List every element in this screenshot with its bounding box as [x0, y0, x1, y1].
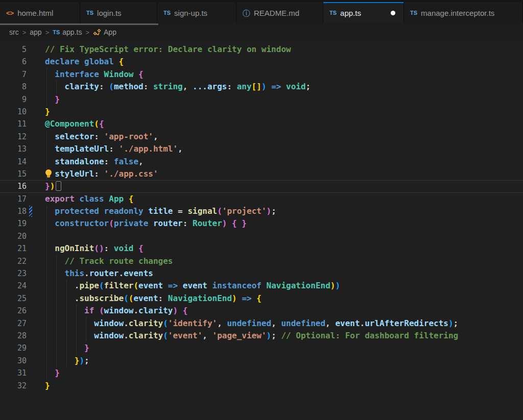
code-line-32[interactable]: 32} — [0, 380, 523, 392]
line-number[interactable]: 23 — [17, 267, 27, 280]
code-line-9[interactable]: 9 } — [0, 93, 523, 106]
breadcrumb-item-app.ts[interactable]: TSapp.ts — [53, 28, 82, 36]
code-line-6[interactable]: 6declare global { — [0, 56, 523, 68]
tab-README.md[interactable]: ⓘREADME.md — [236, 2, 323, 23]
line-number[interactable]: 26 — [17, 305, 27, 317]
line-number[interactable]: 7 — [22, 68, 27, 81]
gutter[interactable]: 25 — [0, 292, 45, 305]
breadcrumb-item-app[interactable]: app — [30, 28, 41, 36]
line-number[interactable]: 11 — [17, 118, 27, 130]
line-number[interactable]: 16 — [17, 180, 27, 192]
gutter[interactable]: 12 — [0, 131, 45, 143]
code-line-17[interactable]: 17export class App { — [0, 193, 523, 205]
tab-login.ts[interactable]: TSlogin.ts — [80, 2, 157, 23]
gutter[interactable]: 8 — [0, 81, 45, 93]
gutter[interactable]: 19 — [0, 217, 45, 230]
lightbulb-icon[interactable] — [45, 169, 53, 179]
gutter[interactable]: 5 — [0, 43, 45, 56]
line-number[interactable]: 9 — [22, 93, 27, 106]
gutter[interactable]: 6 — [0, 56, 45, 68]
tab-manage.interceptor.ts[interactable]: TSmanage.interceptor.ts — [404, 2, 523, 23]
gutter[interactable]: 21 — [0, 242, 45, 255]
line-number[interactable]: 18 — [17, 205, 27, 217]
code-line-18[interactable]: 18 protected readonly title = signal('pr… — [0, 205, 523, 217]
code-line-26[interactable]: 26 if (window.clarity) { — [0, 305, 523, 317]
code-line-10[interactable]: 10} — [0, 106, 523, 118]
code-line-21[interactable]: 21 ngOnInit(): void { — [0, 242, 523, 255]
line-number[interactable]: 14 — [17, 156, 27, 168]
code-line-14[interactable]: 14 standalone: false, — [0, 156, 523, 168]
gutter[interactable]: 32 — [0, 380, 45, 392]
code-line-5[interactable]: 5// Fix TypeScript error: Declare clarit… — [0, 43, 523, 56]
gutter[interactable]: 18 — [0, 205, 45, 217]
gutter[interactable]: 20 — [0, 230, 45, 242]
gutter[interactable]: 13 — [0, 143, 45, 155]
gutter[interactable]: 28 — [0, 330, 45, 342]
line-number[interactable]: 13 — [17, 143, 27, 155]
line-number[interactable]: 31 — [17, 367, 27, 379]
line-number[interactable]: 15 — [17, 168, 27, 180]
breadcrumb-item-src[interactable]: src — [9, 28, 19, 36]
line-number[interactable]: 21 — [17, 242, 27, 255]
line-number[interactable]: 20 — [17, 230, 27, 242]
code-line-15[interactable]: 15 styleUrl: './app.css' — [0, 168, 523, 180]
gutter[interactable]: 11 — [0, 118, 45, 130]
gutter[interactable]: 30 — [0, 355, 45, 367]
code-line-7[interactable]: 7 interface Window { — [0, 68, 523, 81]
code-line-12[interactable]: 12 selector: 'app-root', — [0, 131, 523, 143]
gutter[interactable]: 16 — [0, 180, 45, 192]
code-line-22[interactable]: 22 // Track route changes — [0, 255, 523, 267]
gutter[interactable]: 24 — [0, 280, 45, 292]
breadcrumb-item-App[interactable]: App — [93, 28, 116, 36]
gutter[interactable]: 27 — [0, 317, 45, 330]
line-number[interactable]: 6 — [22, 56, 27, 68]
vscode-window: <>home.htmlTSlogin.tsTSsign-up.tsⓘREADME… — [0, 0, 523, 420]
tab-scrollbar[interactable] — [0, 23, 158, 25]
line-number[interactable]: 27 — [17, 317, 27, 330]
line-number[interactable]: 29 — [17, 342, 27, 354]
code-line-29[interactable]: 29 } — [0, 342, 523, 354]
line-number[interactable]: 5 — [22, 43, 27, 56]
code-token: ( — [129, 293, 134, 303]
gutter[interactable]: 26 — [0, 305, 45, 317]
code-line-16[interactable]: 16}) — [0, 180, 523, 192]
code-line-24[interactable]: 24 .pipe(filter(event => event instanceo… — [0, 280, 523, 292]
line-number[interactable]: 17 — [17, 193, 27, 205]
line-number[interactable]: 32 — [17, 380, 27, 392]
line-number[interactable]: 24 — [17, 280, 27, 292]
code-line-23[interactable]: 23 this.router.events — [0, 267, 523, 280]
line-number[interactable]: 19 — [17, 217, 27, 230]
line-number[interactable]: 12 — [17, 131, 27, 143]
gutter[interactable]: 10 — [0, 106, 45, 118]
tab-sign-up.ts[interactable]: TSsign-up.ts — [157, 2, 236, 23]
line-number[interactable]: 22 — [17, 255, 27, 267]
code-line-31[interactable]: 31 } — [0, 367, 523, 379]
code-editor[interactable]: 5// Fix TypeScript error: Declare clarit… — [0, 41, 523, 420]
gutter[interactable]: 29 — [0, 342, 45, 354]
gutter[interactable]: 7 — [0, 68, 45, 81]
gutter[interactable]: 23 — [0, 267, 45, 280]
gutter[interactable]: 9 — [0, 93, 45, 106]
gutter[interactable]: 22 — [0, 255, 45, 267]
code-line-19[interactable]: 19 constructor(private router: Router) {… — [0, 217, 523, 230]
gutter[interactable]: 17 — [0, 193, 45, 205]
tab-home.html[interactable]: <>home.html — [0, 2, 80, 23]
code-line-28[interactable]: 28 window.clarity('event', 'page_view');… — [0, 330, 523, 342]
line-number[interactable]: 30 — [17, 355, 27, 367]
code-line-27[interactable]: 27 window.clarity('identify', undefined,… — [0, 317, 523, 330]
code-line-25[interactable]: 25 .subscribe((event: NavigationEnd) => … — [0, 292, 523, 305]
line-number[interactable]: 10 — [17, 106, 27, 118]
code-line-30[interactable]: 30 }); — [0, 355, 523, 367]
gutter[interactable]: 31 — [0, 367, 45, 379]
code-line-20[interactable]: 20 — [0, 230, 523, 242]
line-number[interactable]: 28 — [17, 330, 27, 342]
code-line-11[interactable]: 11@Component({ — [0, 118, 523, 130]
modified-dot-icon[interactable] — [391, 11, 395, 15]
code-line-8[interactable]: 8 clarity: (method: string, ...args: any… — [0, 81, 523, 93]
gutter[interactable]: 14 — [0, 156, 45, 168]
gutter[interactable]: 15 — [0, 168, 45, 180]
line-number[interactable]: 25 — [17, 292, 27, 305]
line-number[interactable]: 8 — [22, 81, 27, 93]
code-line-13[interactable]: 13 templateUrl: './app.html', — [0, 143, 523, 155]
tab-app.ts[interactable]: TSapp.ts — [323, 2, 404, 23]
